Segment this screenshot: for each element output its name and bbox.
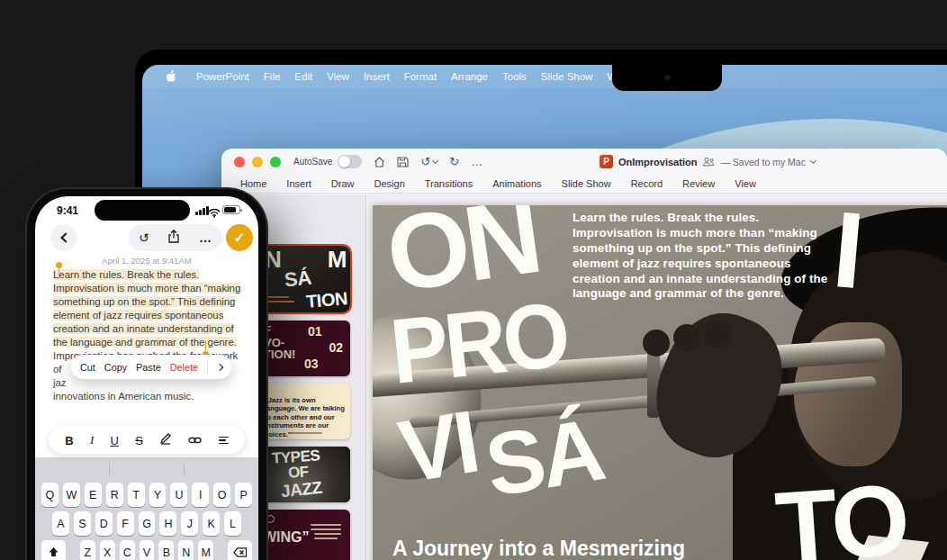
saved-status[interactable]: — Saved to my Mac [720,157,806,167]
key[interactable]: L [224,511,241,536]
key[interactable]: V [140,540,155,560]
autosave-toggle[interactable] [338,155,362,168]
copy-menu-item[interactable]: Copy [104,362,127,373]
key[interactable]: U [170,483,187,507]
key[interactable]: P [235,483,252,507]
key[interactable]: C [120,540,135,560]
undo-icon[interactable]: ↺ [420,156,430,167]
key[interactable]: K [203,511,220,536]
menu-item[interactable]: Edit [287,71,320,82]
zoom-button[interactable] [270,157,281,167]
key[interactable]: I [192,483,209,507]
home-icon[interactable] [374,157,385,167]
autosave-label: AutoSave [293,157,332,167]
backspace-key[interactable] [228,540,252,560]
bold-button[interactable]: B [65,434,73,447]
menu-item[interactable]: View [320,71,356,82]
key[interactable]: D [95,511,113,536]
slide-canvas[interactable]: ON PRO VI SÁ I TO Learn the rules. Break… [373,205,947,560]
tab-draw[interactable]: Draw [321,178,365,189]
thumbnail-slide-1[interactable]: N M SÁ TION [261,246,350,312]
cut-menu-item[interactable]: Cut [80,362,95,373]
undo-dropdown-chevron-icon[interactable] [432,157,438,163]
key[interactable]: B [158,540,174,560]
key[interactable]: Z [80,540,95,560]
close-button[interactable] [234,157,245,167]
strikethrough-button[interactable]: S [135,434,143,447]
thumbnail-slide-4[interactable]: TYPES OF JAZZ [261,447,350,502]
tab-transitions[interactable]: Transitions [415,178,483,189]
tab-insert[interactable]: Insert [276,178,321,189]
selection-handle-start[interactable] [56,262,62,268]
redo-icon[interactable]: ↻ [449,156,459,167]
undo-icon[interactable]: ↺ [139,230,149,245]
menu-item[interactable]: File [257,71,288,82]
key[interactable]: S [74,511,91,536]
thumbnail-slide-3[interactable]: “Jazz is its own language. We are talkin… [261,384,350,439]
iphone-screen: 9:41 ↺ … ✓ April 1, 2025 at 9:41AM Learn… [35,196,258,560]
thumbnail-slide-2[interactable]: FVO-TION! 01 02 03 [261,321,350,376]
italic-button[interactable]: I [90,433,94,447]
highlighter-icon[interactable] [159,432,172,448]
menu-item[interactable]: Arrange [444,71,495,82]
minimize-button[interactable] [252,157,263,167]
thumb1-caption-bar [266,296,289,298]
menu-item[interactable]: Slide Show [534,71,600,82]
text-align-icon[interactable] [219,435,229,447]
predictive-bar[interactable] [35,457,258,481]
key[interactable]: N [178,540,194,560]
tab-view[interactable]: View [725,178,766,189]
key[interactable]: H [159,511,176,536]
document-title: OnImprovisation [618,157,697,167]
tab-animations[interactable]: Animations [483,178,551,189]
slide-footer-title[interactable]: A Journey into a Mesmerizing [392,537,685,560]
key[interactable]: F [117,511,134,536]
key[interactable]: Q [41,483,59,507]
tab-home[interactable]: Home [230,178,276,189]
key[interactable]: O [213,483,230,507]
share-icon[interactable] [168,230,179,247]
menu-item[interactable]: Insert [356,71,397,82]
thumb1-letter: M [328,248,347,271]
more-menu-chevron-icon[interactable] [216,363,223,370]
tab-design[interactable]: Design [365,178,415,189]
menu-item[interactable]: PowerPoint [189,71,257,82]
key[interactable]: G [139,511,156,536]
link-icon[interactable] [188,432,202,448]
key[interactable]: M [198,540,213,560]
key[interactable]: W [63,483,80,507]
thumbnail-slide-5[interactable]: WING” [261,510,350,560]
tab-review[interactable]: Review [672,178,725,189]
musician-finger [704,321,731,348]
key[interactable]: A [52,511,69,536]
menu-item[interactable]: Format [397,71,444,82]
tab-record[interactable]: Record [621,178,672,189]
more-icon[interactable]: … [199,230,212,245]
underline-button[interactable]: U [111,434,119,447]
tab-slideshow[interactable]: Slide Show [552,178,621,189]
slide-body-text[interactable]: Learn the rules. Break the rules. Improv… [573,211,835,302]
cellular-signal-icon [195,206,209,215]
note-text-area[interactable]: Learn the rules. Break the rules. Improv… [53,268,242,403]
selected-text[interactable]: Learn the rules. Break the rules. Improv… [53,269,240,348]
thumb5-text-bar [311,528,341,530]
key[interactable]: R [106,483,123,507]
key[interactable]: T [128,483,145,507]
save-icon[interactable] [397,157,409,167]
paste-menu-item[interactable]: Paste [136,362,161,373]
menu-item[interactable]: Tools [495,71,534,82]
thumb5-text-bar [314,533,341,535]
key[interactable]: Y [149,483,167,507]
shift-key[interactable] [41,540,66,560]
key[interactable]: J [181,511,198,536]
done-check-button[interactable]: ✓ [226,224,253,251]
more-toolbar-icon[interactable]: … [471,156,483,167]
chevron-left-icon [60,232,70,242]
apple-menu-icon[interactable] [166,70,176,83]
key[interactable]: E [85,483,102,507]
key[interactable]: X [100,540,115,560]
delete-menu-item[interactable]: Delete [170,362,198,373]
saved-status-chevron-icon[interactable] [810,157,816,163]
back-button[interactable] [50,224,77,251]
share-people-icon[interactable] [702,154,715,170]
